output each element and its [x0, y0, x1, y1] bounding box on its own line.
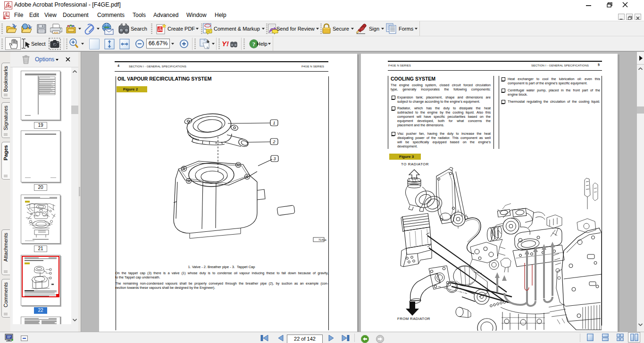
svg-text:1: 1: [273, 121, 275, 125]
svg-text:7141a: 7141a: [318, 238, 326, 241]
svg-text:3: 3: [273, 156, 276, 161]
svg-text:2: 2: [272, 139, 275, 144]
svg-text:?: ?: [252, 41, 256, 48]
